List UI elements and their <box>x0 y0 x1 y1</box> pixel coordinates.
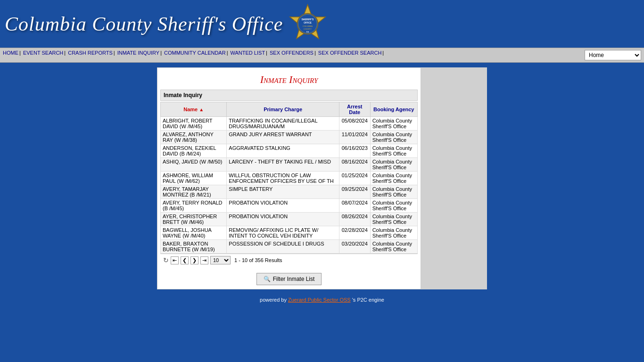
nav-inmate-inquiry[interactable]: INMATE INQUIRY <box>117 50 159 56</box>
cell-agency: Columbia County Sheriff'S Office <box>370 199 417 213</box>
footer-text: powered by <box>260 297 287 303</box>
cell-arrest-date: 03/20/2024 <box>339 240 370 254</box>
filter-btn-row: 🔍 Filter Inmate List <box>157 269 421 289</box>
nav-community-calendar[interactable]: COMMUNITY CALENDAR <box>164 50 226 56</box>
cell-name: ANDERSON, EZEKIEL DAVID (B /M/24) <box>161 144 227 158</box>
nav-event-search[interactable]: EVENT SEARCH <box>23 50 63 56</box>
refresh-icon[interactable]: ↻ <box>163 256 169 264</box>
inmate-table-body: ALBRIGHT, ROBERT DAVID (W /M/45)TRAFFICK… <box>161 117 418 254</box>
svg-text:SHERIFF'S: SHERIFF'S <box>302 18 314 21</box>
site-title: Columbia County Sheriff's Office <box>5 13 283 35</box>
cell-arrest-date: 08/07/2024 <box>339 199 370 213</box>
nav-bar: HOME| EVENT SEARCH| CRASH REPORTS| INMAT… <box>0 48 644 63</box>
cell-agency: Columbia County Sheriff'S Office <box>370 226 417 240</box>
cell-charge: POSSESSION OF SCHEDULE I DRUGS <box>227 240 339 254</box>
cell-charge: TRAFFICKING IN COCAINE/ILLEGAL DRUGS/MAR… <box>227 117 339 131</box>
nav-row: HOME| EVENT SEARCH| CRASH REPORTS| INMAT… <box>3 50 641 60</box>
table-row: AVERY, TERRY RONALD (B /M/45)PROBATION V… <box>161 199 418 213</box>
badge-icon: SHERIFF'S OFFICE COLUMBIA COUNTY BA <box>288 4 328 44</box>
cell-charge: LARCENY - THEFT BY TAKING FEL / MISD <box>227 158 339 172</box>
col-charge[interactable]: Primary Charge <box>227 102 339 117</box>
cell-name: BAKER, BRAXTON BURNETTE (W /M/19) <box>161 240 227 254</box>
cell-agency: Columbia County Sheriff'S Office <box>370 117 417 131</box>
table-section: Inmate Inquiry Name ▲ Primary Charge Arr… <box>157 90 421 269</box>
cell-agency: Columbia County Sheriff'S Office <box>370 172 417 185</box>
nav-dropdown-wrap: Home Event Search Crash Reports Inmate I… <box>585 50 641 60</box>
footer-suffix: 's P2C engine <box>352 297 384 303</box>
main-content: Inmate Inquiry Inmate Inquiry Name ▲ Pri… <box>0 63 644 294</box>
cell-agency: Columbia County Sheriff'S Office <box>370 131 417 144</box>
col-arrest-date[interactable]: Arrest Date <box>339 102 370 117</box>
cell-name: AVERY, TAMARJAY MONTREZ (B /M/21) <box>161 185 227 199</box>
cell-arrest-date: 08/16/2024 <box>339 158 370 172</box>
page-title: Inmate Inquiry <box>157 68 421 90</box>
cell-charge: AGGRAVATED STALKING <box>227 144 339 158</box>
filter-button[interactable]: 🔍 Filter Inmate List <box>256 273 322 285</box>
cell-charge: PROBATION VIOLATION <box>227 213 339 226</box>
cell-charge: WILLFUL OBSTRUCTION OF LAW ENFORCEMENT O… <box>227 172 339 185</box>
cell-agency: Columbia County Sheriff'S Office <box>370 185 417 199</box>
inmate-table: Name ▲ Primary Charge Arrest Date Bookin… <box>160 102 418 254</box>
table-label: Inmate Inquiry <box>160 90 418 101</box>
cell-name: ALBRIGHT, ROBERT DAVID (W /M/45) <box>161 117 227 131</box>
cell-agency: Columbia County Sheriff'S Office <box>370 158 417 172</box>
table-row: AVERY, TAMARJAY MONTREZ (B /M/21)SIMPLE … <box>161 185 418 199</box>
table-row: BAKER, BRAXTON BURNETTE (W /M/19)POSSESS… <box>161 240 418 254</box>
cell-name: AVERY, TERRY RONALD (B /M/45) <box>161 199 227 213</box>
cell-charge: PROBATION VIOLATION <box>227 199 339 213</box>
table-row: BAGWELL, JOSHUA WAYNE (W /M/40)REMOVING/… <box>161 226 418 240</box>
cell-agency: Columbia County Sheriff'S Office <box>370 213 417 226</box>
filter-search-icon: 🔍 <box>264 276 271 282</box>
cell-name: ASHMORE, WILLIAM PAUL (W /M/62) <box>161 172 227 185</box>
cell-arrest-date: 02/28/2024 <box>339 226 370 240</box>
cell-name: ALVAREZ, ANTHONY RAY (W /M/38) <box>161 131 227 144</box>
cell-charge: SIMPLE BATTERY <box>227 185 339 199</box>
table-header-row: Name ▲ Primary Charge Arrest Date Bookin… <box>161 102 418 117</box>
page-size-select[interactable]: 5 10 25 50 100 <box>210 256 231 264</box>
last-page-button[interactable]: ⇥ <box>200 256 208 264</box>
footer-link[interactable]: Zuerard Public Sector OSS <box>288 297 351 303</box>
content-wrapper: Inmate Inquiry Inmate Inquiry Name ▲ Pri… <box>157 67 487 289</box>
cell-arrest-date: 01/25/2024 <box>339 172 370 185</box>
table-row: ASHIQ, JAVED (W /M/50)LARCENY - THEFT BY… <box>161 158 418 172</box>
cell-charge: GRAND JURY ARREST WARRANT <box>227 131 339 144</box>
cell-arrest-date: 08/26/2024 <box>339 213 370 226</box>
cell-name: BAGWELL, JOSHUA WAYNE (W /M/40) <box>161 226 227 240</box>
table-row: AYER, CHRISTOPHER BRETT (W /M/46)PROBATI… <box>161 213 418 226</box>
cell-agency: Columbia County Sheriff'S Office <box>370 144 417 158</box>
nav-sex-offenders[interactable]: SEX OFFENDERS <box>270 50 314 56</box>
col-name[interactable]: Name ▲ <box>161 102 227 117</box>
col-booking-agency[interactable]: Booking Agency <box>370 102 417 117</box>
cell-arrest-date: 06/16/2023 <box>339 144 370 158</box>
cell-name: AYER, CHRISTOPHER BRETT (W /M/46) <box>161 213 227 226</box>
header: Columbia County Sheriff's Office SHERIFF… <box>0 0 644 48</box>
cell-agency: Columbia County Sheriff'S Office <box>370 240 417 254</box>
table-row: ALBRIGHT, ROBERT DAVID (W /M/45)TRAFFICK… <box>161 117 418 131</box>
nav-wanted-list[interactable]: WANTED LIST <box>231 50 265 56</box>
nav-sex-offender-search[interactable]: SEX OFFENDER SEARCH <box>318 50 381 56</box>
svg-text:COLUMBIA: COLUMBIA <box>303 25 313 27</box>
svg-text:BA: BA <box>306 31 309 33</box>
cell-charge: REMOVING/ AFFIXING LIC PLATE W/ INTENT T… <box>227 226 339 240</box>
cell-name: ASHIQ, JAVED (W /M/50) <box>161 158 227 172</box>
table-row: ALVAREZ, ANTHONY RAY (W /M/38)GRAND JURY… <box>161 131 418 144</box>
results-info: 1 - 10 of 356 Results <box>234 257 282 263</box>
next-page-button[interactable]: ❯ <box>190 256 198 264</box>
sidebar-panel <box>421 67 487 289</box>
footer: powered by Zuerard Public Sector OSS 's … <box>0 294 644 305</box>
first-page-button[interactable]: ⇤ <box>171 256 179 264</box>
prev-page-button[interactable]: ❮ <box>181 256 189 264</box>
svg-text:COUNTY: COUNTY <box>304 28 312 30</box>
table-row: ANDERSON, EZEKIEL DAVID (B /M/24)AGGRAVA… <box>161 144 418 158</box>
cell-arrest-date: 09/25/2024 <box>339 185 370 199</box>
nav-home[interactable]: HOME <box>3 50 18 56</box>
svg-text:OFFICE: OFFICE <box>304 22 312 24</box>
cell-arrest-date: 05/08/2024 <box>339 117 370 131</box>
cell-arrest-date: 11/01/2024 <box>339 131 370 144</box>
content-panel: Inmate Inquiry Inmate Inquiry Name ▲ Pri… <box>157 67 421 289</box>
sort-arrow-name: ▲ <box>199 107 204 112</box>
table-row: ASHMORE, WILLIAM PAUL (W /M/62)WILLFUL O… <box>161 172 418 185</box>
nav-crash-reports[interactable]: CRASH REPORTS <box>68 50 113 56</box>
nav-links-wrap: HOME| EVENT SEARCH| CRASH REPORTS| INMAT… <box>3 50 585 56</box>
home-dropdown[interactable]: Home Event Search Crash Reports Inmate I… <box>585 50 641 60</box>
